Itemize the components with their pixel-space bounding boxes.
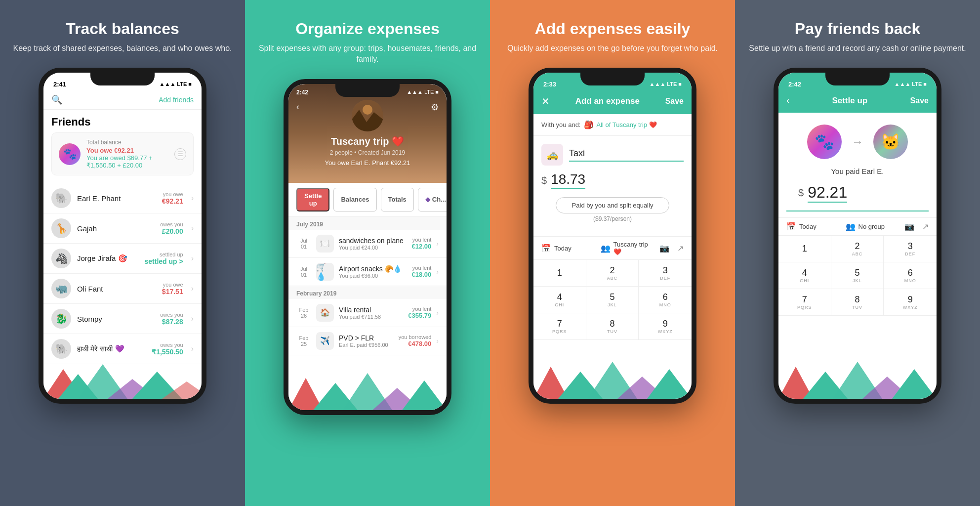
tuscany-owe-text: You owe Earl E. Phant €92.21 xyxy=(325,159,410,167)
expense-name-col: Airport snacks 🥐💧 You paid €36.00 xyxy=(339,265,407,279)
friend-list-item[interactable]: 🦓 Jorge Jirafa 🎯 settled up settled up >… xyxy=(43,244,202,274)
camera-icon-3[interactable]: 📷 xyxy=(659,244,669,253)
back-button-2[interactable]: ‹ xyxy=(296,102,299,113)
group-item-3[interactable]: 👥 Tuscany trip ❤️ xyxy=(601,241,652,255)
numpad-key[interactable]: 7 PQRS xyxy=(533,313,586,340)
numpad-key[interactable]: 5 JKL xyxy=(831,262,884,289)
save-button-3[interactable]: Save xyxy=(665,97,684,106)
friend-amount-value: settled up > xyxy=(144,257,183,265)
numpad-digit: 9 xyxy=(908,295,913,305)
settle-amount-value[interactable]: 92.21 xyxy=(808,183,847,203)
expense-section-date: February 2019 xyxy=(288,286,447,299)
expense-name-field[interactable]: Taxi xyxy=(569,148,684,162)
group-label-4: No group xyxy=(858,223,885,230)
expense-date: Feb25 xyxy=(296,335,311,347)
friends-search-bar[interactable]: 🔍 Add friends xyxy=(43,90,202,110)
numpad-key[interactable]: 3 DEF xyxy=(884,236,937,262)
numpad-digit: 1 xyxy=(802,244,807,254)
expense-list-item[interactable]: Feb25 ✈️ PVD > FLR Earl E. paid €956.00 … xyxy=(288,327,447,355)
balance-menu-icon[interactable]: ☰ xyxy=(174,148,186,160)
friend-amount-label: owes you xyxy=(152,342,183,348)
numpad-key[interactable]: 3 DEF xyxy=(639,260,692,287)
split-button[interactable]: Paid by you and split equally xyxy=(556,197,669,213)
settings-icon-2[interactable]: ⚙ xyxy=(431,102,439,113)
settle-avatars: 🐾 → 🐱 xyxy=(778,113,937,167)
payer-avatar: 🐾 xyxy=(807,125,842,159)
svg-marker-18 xyxy=(647,369,692,399)
add-friends-button[interactable]: Add friends xyxy=(159,96,194,104)
phone-1: 2:41 ▲▲▲ LTE ■ 🔍 Add friends Friends 🐾 T… xyxy=(39,68,206,404)
group-name-3[interactable]: All of Tuscany trip ❤️ xyxy=(597,121,657,128)
camera-icon-4[interactable]: 📷 xyxy=(904,222,914,231)
numpad-letters: ABC xyxy=(607,276,618,281)
date-item-3[interactable]: 📅 Today xyxy=(541,244,593,253)
expense-list-item[interactable]: Jul01 🍽️ sandwiches on plane You paid €2… xyxy=(288,230,447,258)
back-button-4[interactable]: ‹ xyxy=(786,95,789,106)
with-text: With you and: xyxy=(541,121,581,128)
totals-button[interactable]: Totals xyxy=(381,188,414,211)
tuscany-action-buttons: Settle up Balances Totals ◆ Ch... xyxy=(288,183,447,217)
numpad-key[interactable]: 7 PQRS xyxy=(778,289,831,316)
expense-icon: ✈️ xyxy=(316,332,334,350)
save-button-4[interactable]: Save xyxy=(910,96,929,105)
numpad-key[interactable]: 2 ABC xyxy=(586,260,639,287)
numpad-key[interactable]: 6 MNO xyxy=(884,262,937,289)
expense-list-item[interactable]: Jul01 🛒💧 Airport snacks 🥐💧 You paid €36.… xyxy=(288,258,447,286)
numpad-key[interactable]: 5 JKL xyxy=(586,287,639,313)
numpad-key[interactable]: 9 WXYZ xyxy=(884,289,937,316)
expense-lent-label: you lent xyxy=(412,237,432,243)
friend-list-item[interactable]: 🦒 Gajah owes you £20.00 › xyxy=(43,213,202,244)
phone1-notch xyxy=(90,73,155,85)
numpad-key[interactable]: 1 xyxy=(533,260,586,287)
numpad-key[interactable]: 8 TUV xyxy=(831,289,884,316)
friend-name: Stompy xyxy=(77,315,154,323)
numpad-letters: WXYZ xyxy=(903,305,918,310)
share-item-3[interactable]: ↗ xyxy=(677,244,684,253)
friend-list-item[interactable]: 🐉 Stompy owes you $87.28 › xyxy=(43,304,202,334)
status-icons-3: ▲▲▲ LTE ■ xyxy=(650,81,682,87)
numpad-key[interactable]: 8 TUV xyxy=(586,313,639,340)
settle-arrow-icon: → xyxy=(852,135,863,149)
numpad-digit: 3 xyxy=(908,241,913,252)
settle-up-button[interactable]: Settle up xyxy=(296,188,329,211)
numpad-key[interactable]: 2 ABC xyxy=(831,236,884,262)
settle-paid-text: You paid Earl E. xyxy=(778,167,937,175)
expense-category-icon[interactable]: 🚕 xyxy=(541,144,563,166)
balance-info: Total balance You owe €92.21 You are owe… xyxy=(86,139,168,169)
numpad-key[interactable]: 4 GHI xyxy=(533,287,586,313)
numpad-key[interactable]: 4 GHI xyxy=(778,262,831,289)
camera-item-4[interactable]: 📷 xyxy=(904,222,914,231)
amount-field-3[interactable]: 18.73 xyxy=(551,171,585,189)
friend-list-item[interactable]: 🐘 Earl E. Phant you owe €92.21 › xyxy=(43,183,202,213)
numpad-key[interactable]: 6 MNO xyxy=(639,287,692,313)
numpad-key[interactable]: 9 WXYZ xyxy=(639,313,692,340)
expense-list-item[interactable]: Feb26 🏠 Villa rental You paid €711.58 yo… xyxy=(288,299,447,327)
friend-amount-value: €92.21 xyxy=(162,197,183,205)
share-icon-4[interactable]: ↗ xyxy=(922,222,929,231)
expense-lent-label: you lent xyxy=(412,265,432,271)
panel2-subtitle: Split expenses with any group: trips, ho… xyxy=(255,43,480,65)
expense-chevron-icon: › xyxy=(436,240,439,248)
balance-label: Total balance xyxy=(86,139,168,146)
friend-amount-label: you owe xyxy=(162,191,183,197)
expense-chevron-icon: › xyxy=(436,309,439,317)
group-item-4[interactable]: 👥 No group xyxy=(846,222,897,231)
share-item-4[interactable]: ↗ xyxy=(922,222,929,231)
numpad-digit: 9 xyxy=(663,319,668,329)
friend-list-item[interactable]: 🦏 Oli Fant you owe $17.51 › xyxy=(43,274,202,304)
numpad-digit: 7 xyxy=(557,319,562,329)
phone3-screen: 2:33 ▲▲▲ LTE ■ ✕ Add an expense Save Wit… xyxy=(533,73,692,399)
numpad-digit: 6 xyxy=(908,268,913,278)
date-item-4[interactable]: 📅 Today xyxy=(786,222,838,231)
close-button-3[interactable]: ✕ xyxy=(541,95,550,107)
chart-button[interactable]: ◆ Ch... xyxy=(418,188,447,211)
friend-amount: settled up settled up > xyxy=(144,252,183,265)
panel3-title: Add expenses easily xyxy=(535,20,691,38)
group-icon-bar-4: 👥 xyxy=(846,222,856,231)
panel4-title: Pay friends back xyxy=(795,20,920,38)
share-icon-3[interactable]: ↗ xyxy=(677,244,684,253)
friend-avatar: 🐉 xyxy=(51,309,71,329)
numpad-key[interactable]: 1 xyxy=(778,236,831,262)
balances-button[interactable]: Balances xyxy=(333,188,376,211)
camera-item-3[interactable]: 📷 xyxy=(659,244,669,253)
